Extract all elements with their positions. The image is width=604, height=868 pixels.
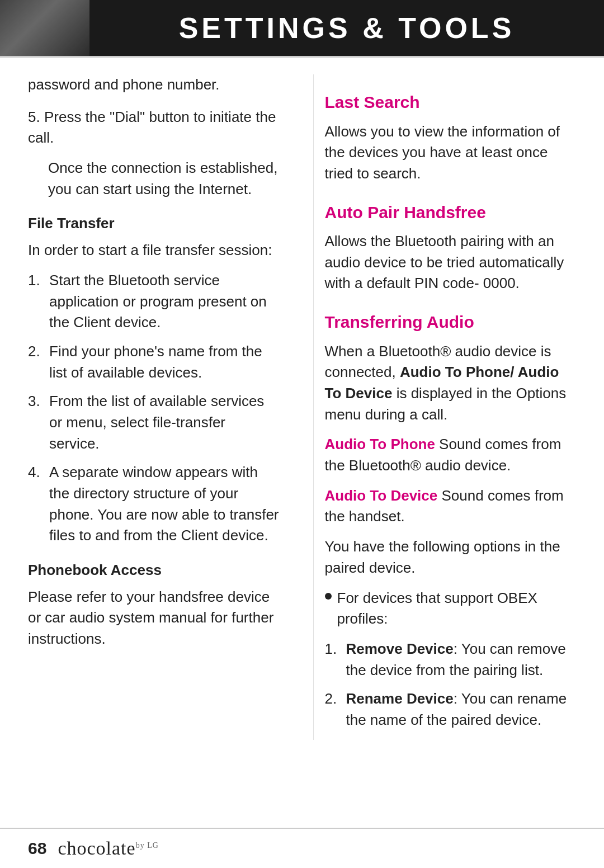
- bullet-icon: [325, 593, 332, 600]
- item-num: 2.: [325, 688, 343, 710]
- last-search-text: Allows you to view the information of th…: [325, 121, 577, 185]
- page-title: SETTINGS & TOOLS: [89, 11, 604, 45]
- file-transfer-intro: In order to start a file transfer sessio…: [28, 240, 280, 261]
- step5-text: 5. Press the "Dial" button to initiate t…: [28, 107, 280, 149]
- file-transfer-steps: 1. Start the Bluetooth service applicati…: [28, 270, 280, 546]
- main-content: password and phone number. 5. Press the …: [0, 58, 604, 740]
- list-item: 2. Find your phone's name from the list …: [28, 341, 280, 383]
- footer-content: 68 chocolateby LG: [0, 829, 604, 868]
- step5-block: 5. Press the "Dial" button to initiate t…: [28, 107, 280, 200]
- list-item: For devices that support OBEX profiles:: [325, 588, 577, 630]
- options-text: You have the following options in the pa…: [325, 536, 577, 578]
- audio-to-device-label: Audio To Device: [325, 487, 438, 504]
- audio-to-phone-label: Audio To Phone: [325, 436, 435, 452]
- brand-name: chocolateby LG: [58, 838, 158, 859]
- auto-pair-heading: Auto Pair Handsfree: [325, 200, 577, 225]
- step5-continuation: Once the connection is established, you …: [28, 158, 280, 200]
- page-header: SETTINGS & TOOLS: [0, 0, 604, 56]
- step-num: 1.: [28, 270, 46, 291]
- right-column: Last Search Allows you to view the infor…: [313, 74, 577, 740]
- list-item: 4. A separate window appears with the di…: [28, 462, 280, 546]
- step5-num: 5.: [28, 108, 40, 125]
- list-item: 1. Start the Bluetooth service applicati…: [28, 270, 280, 333]
- phonebook-text: Please refer to your handsfree device or…: [28, 587, 280, 650]
- page-number: 68: [28, 839, 46, 858]
- step-num: 2.: [28, 341, 46, 362]
- transferring-audio-heading: Transferring Audio: [325, 310, 577, 334]
- last-search-heading: Last Search: [325, 90, 577, 115]
- step-text: A separate window appears with the direc…: [49, 462, 280, 546]
- auto-pair-text: Allows the Bluetooth pairing with an aud…: [325, 231, 577, 294]
- item-num: 1.: [325, 639, 343, 660]
- transferring-audio-para: When a Bluetooth® audio device is connec…: [325, 341, 577, 426]
- bullet-text: For devices that support OBEX profiles:: [337, 588, 577, 630]
- list-item: 1. Remove Device: You can remove the dev…: [325, 639, 577, 681]
- right-numbered-list: 1. Remove Device: You can remove the dev…: [325, 639, 577, 731]
- step5-content: Press the "Dial" button to initiate the …: [28, 108, 276, 147]
- audio-to-phone-para: Audio To Phone Sound comes from the Blue…: [325, 434, 577, 476]
- list-item: 2. Rename Device: You can rename the nam…: [325, 688, 577, 730]
- header-image: [0, 0, 89, 56]
- step-num: 4.: [28, 462, 46, 483]
- left-column: password and phone number. 5. Press the …: [28, 74, 291, 740]
- item-text: Remove Device: You can remove the device…: [346, 639, 577, 681]
- item-text: Rename Device: You can rename the name o…: [346, 688, 577, 730]
- phonebook-heading: Phonebook Access: [28, 560, 280, 581]
- step-text: Find your phone's name from the list of …: [49, 341, 280, 383]
- step-num: 3.: [28, 391, 46, 412]
- page-footer: 68 chocolateby LG: [0, 828, 604, 868]
- bullet-list: For devices that support OBEX profiles:: [325, 588, 577, 630]
- step-text: Start the Bluetooth service application …: [49, 270, 280, 333]
- brand-by: by LG: [136, 841, 159, 850]
- file-transfer-heading: File Transfer: [28, 213, 280, 234]
- list-item: 3. From the list of available services o…: [28, 391, 280, 454]
- intro-text: password and phone number.: [28, 74, 280, 96]
- step-text: From the list of available services or m…: [49, 391, 280, 454]
- audio-to-device-para: Audio To Device Sound comes from the han…: [325, 485, 577, 527]
